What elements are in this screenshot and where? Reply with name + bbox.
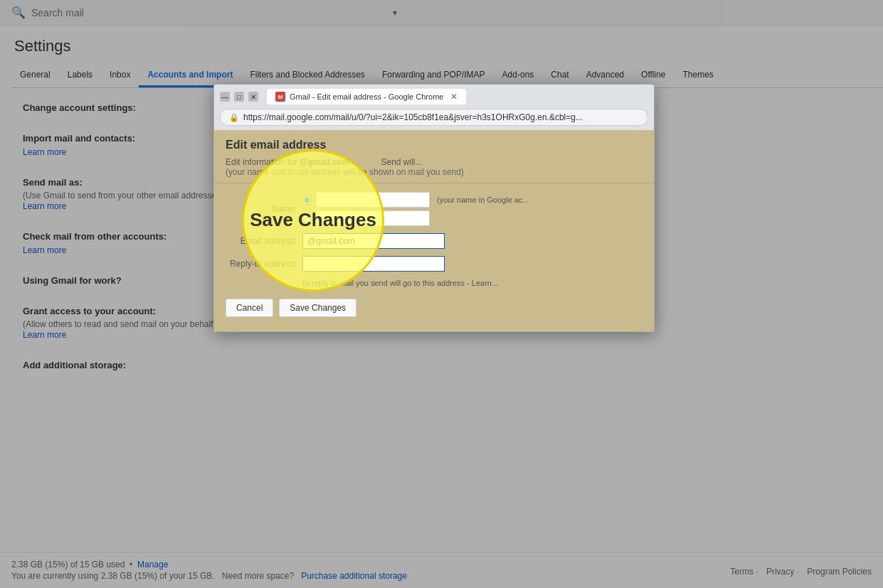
edit-email-dialog: Edit email address Edit information for … <box>214 130 654 331</box>
chrome-window-controls: — □ ✕ <box>220 92 258 102</box>
name-radio-row-1: (your name in Google ac... <box>302 192 529 208</box>
dialog-header: Edit email address Edit information for … <box>214 130 654 183</box>
chrome-browser-window: — □ ✕ M Gmail - Edit email address - Goo… <box>213 84 655 332</box>
save-changes-button[interactable]: Save Changes <box>279 299 356 317</box>
name-radio-group: (your name in Google ac... <box>302 192 529 226</box>
chrome-tab-title: Gmail - Edit email address - Google Chro… <box>290 92 446 101</box>
dialog-title: Edit email address <box>226 139 643 151</box>
chrome-tab[interactable]: M Gmail - Edit email address - Google Ch… <box>267 89 466 105</box>
name-radio-primary[interactable] <box>302 196 312 205</box>
chrome-tab-close-icon[interactable]: ✕ <box>450 92 458 102</box>
dialog-email: @gmail.com <box>300 157 350 167</box>
ssl-lock-icon: 🔒 <box>229 113 239 122</box>
reply-to-form-row: Reply-to address: <box>226 256 643 272</box>
cancel-button[interactable]: Cancel <box>226 299 273 317</box>
dialog-actions: Cancel Save Changes <box>226 299 643 323</box>
email-label: Email address: <box>226 236 297 246</box>
close-button[interactable]: ✕ <box>248 92 258 102</box>
info-for-label: Edit information for <box>226 157 297 167</box>
dialog-body: Name: (your name in Google ac... Email a… <box>214 183 654 331</box>
maximize-button[interactable]: □ <box>234 92 244 102</box>
reply-hint: (a reply to mail you send will go to thi… <box>302 279 643 287</box>
reply-to-label: Reply-to address: <box>226 259 297 269</box>
name-note: (your name in Google ac... <box>437 196 529 204</box>
chrome-address-bar[interactable]: 🔒 https://mail.google.com/mail/u/0/?ui=2… <box>220 109 648 126</box>
name-radio-custom[interactable] <box>302 214 312 223</box>
dialog-subtitle-desc: (your name and email address will be sho… <box>226 167 643 177</box>
email-form-row: Email address: <box>226 233 643 249</box>
name-radio-row-2 <box>302 210 529 226</box>
send-will-label: Send will... <box>381 157 422 167</box>
name-label: Name: <box>226 204 297 214</box>
gmail-favicon: M <box>275 92 285 102</box>
name-form-row: Name: (your name in Google ac... <box>226 192 643 226</box>
url-display: https://mail.google.com/mail/u/0/?ui=2&i… <box>243 112 639 122</box>
email-input[interactable] <box>302 233 445 249</box>
name-input-primary[interactable] <box>316 192 430 208</box>
minimize-button[interactable]: — <box>220 92 230 102</box>
chrome-titlebar: — □ ✕ M Gmail - Edit email address - Goo… <box>214 85 654 109</box>
dialog-info-line: Edit information for @gmail.com Send wil… <box>226 157 643 167</box>
reply-to-input[interactable] <box>302 256 445 272</box>
name-input-custom[interactable] <box>316 210 430 226</box>
